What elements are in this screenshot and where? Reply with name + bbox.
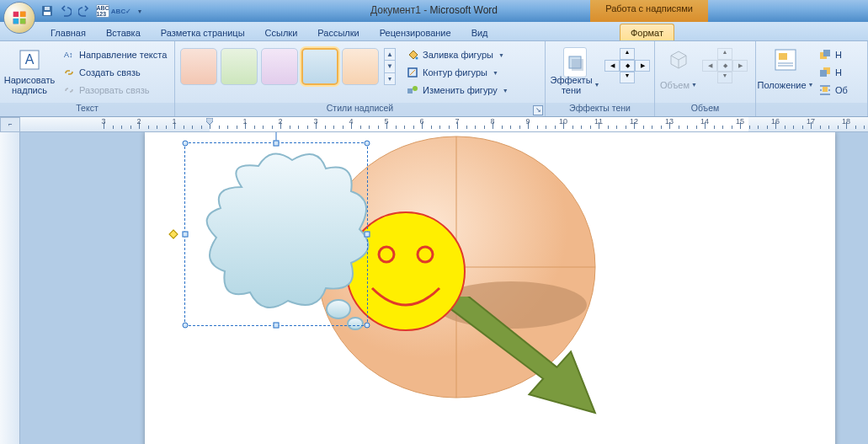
style-swatch-1[interactable] [180,48,217,85]
group-textbox-styles: ▲ ▼ ▾ Заливка фигуры▼ Контур фигуры▼ Изм… [175,41,546,116]
svg-rect-12 [572,59,583,71]
text-direction-button[interactable]: A↕ Направление текста [59,46,170,63]
svg-point-10 [413,86,418,91]
horizontal-ruler[interactable]: 32101234567891011121314151617181920 [20,117,868,132]
handle-w[interactable] [183,232,189,238]
handle-se[interactable] [365,323,370,329]
handle-e[interactable] [365,232,370,238]
group-arrange: Положение ▼ Н Н Об [756,41,868,116]
save-icon[interactable] [40,4,54,18]
break-link-icon [62,83,76,97]
tab-review[interactable]: Рецензирование [370,24,461,40]
svg-text:A↕: A↕ [64,51,73,59]
office-button[interactable] [3,2,35,34]
style-swatch-3[interactable] [261,48,298,85]
create-link-button[interactable]: Создать связь [59,64,170,81]
3d-tilt-up: ▲ [717,48,732,60]
redo-icon[interactable] [77,4,91,18]
undo-icon[interactable] [59,4,72,18]
shadow-nudge-right[interactable]: ▶ [635,60,650,72]
chevron-down-icon: ▼ [498,52,504,58]
group-3d-label: Объем [655,103,755,116]
handle-s[interactable] [274,323,280,329]
bring-front-button[interactable]: Н [815,46,851,63]
tab-mailings[interactable]: Рассылки [307,24,369,40]
app-name: Microsoft Word [430,4,498,16]
document-workspace: ⌐ 32101234567891011121314151617181920 [0,117,868,444]
chevron-down-icon: ▼ [503,88,509,94]
tab-references[interactable]: Ссылки [255,24,308,40]
send-back-icon [818,66,832,79]
abc-quick-icon[interactable]: ABC123 [96,4,109,18]
group-styles-label: Стили надписей [175,103,545,116]
tab-view[interactable]: Вид [461,24,498,40]
shape-fill-button[interactable]: Заливка фигуры▼ [402,46,512,63]
link-icon [62,66,76,79]
handle-sw[interactable] [183,323,189,329]
title-bar: ABC123 ABC✓ ▾ Документ1 - Microsoft Word… [0,0,868,22]
abc-check-icon[interactable]: ABC✓ [114,4,128,18]
vertical-ruler[interactable] [0,132,20,444]
tab-insert[interactable]: Вставка [96,24,151,40]
contextual-tools-label: Работа с надписями [590,0,708,22]
gallery-down-icon[interactable]: ▼ [385,61,395,72]
ruler-corner[interactable]: ⌐ [0,117,20,132]
position-button[interactable]: Положение ▼ [759,43,812,99]
text-direction-icon: A↕ [62,48,76,62]
tab-home[interactable]: Главная [40,24,96,40]
group-text-label: Текст [0,103,174,116]
handle-ne[interactable] [365,141,370,147]
style-swatch-4-selected[interactable] [301,48,338,85]
shadow-toggle[interactable]: ◆ [620,60,635,72]
tab-format[interactable]: Формат [620,24,674,40]
handle-n[interactable] [274,141,280,147]
shadow-nudge-left[interactable]: ◀ [604,60,620,72]
drawing-canvas [145,132,835,444]
draw-textbox-button[interactable]: A Нарисовать надпись [3,43,56,99]
group-text: A Нарисовать надпись A↕ Направление текс… [0,41,175,116]
styles-dialog-launcher[interactable]: ↘ [533,105,543,115]
adjust-handle[interactable] [168,229,178,238]
style-gallery[interactable] [178,43,381,85]
handle-nw[interactable] [183,141,189,147]
group-shadow-effects: Эффекты тени ▼ ▲ ◀ ◆ ▶ ▼ Эффекты тени [546,41,655,116]
style-gallery-scroll[interactable]: ▲ ▼ ▾ [384,48,396,85]
shadow-effects-button[interactable]: Эффекты тени ▼ [549,43,601,99]
wrap-text-icon [818,83,832,97]
group-3d: Объем ▼ ▲ ◀ ◆ ▶ ▼ Объем [655,41,756,116]
pencil-outline-icon [406,66,419,79]
svg-rect-14 [779,53,787,60]
shadow-nudge-up[interactable]: ▲ [620,48,635,60]
selection-box[interactable] [184,142,368,326]
3d-tilt-left: ◀ [702,60,717,72]
document-name: Документ1 [370,4,421,16]
gallery-more-icon[interactable]: ▾ [385,73,395,84]
draw-textbox-label: Нарисовать надпись [4,75,55,95]
send-back-button[interactable]: Н [815,64,851,81]
quick-access-toolbar: ABC123 ABC✓ ▾ [40,0,146,22]
shadow-nudge-down[interactable]: ▼ [620,72,635,83]
paint-bucket-icon [406,48,419,62]
break-link-button: Разорвать связь [59,82,170,99]
svg-point-7 [416,57,418,60]
document-view[interactable] [20,132,868,444]
qat-more-icon[interactable]: ▾ [133,4,146,18]
group-shadow-label: Эффекты тени [546,103,654,116]
3d-effects-button: Объем ▼ [658,43,699,99]
svg-rect-3 [45,7,50,10]
ribbon: A Нарисовать надпись A↕ Направление текс… [0,41,868,117]
tab-page-layout[interactable]: Разметка страницы [151,24,255,40]
style-swatch-2[interactable] [221,48,258,85]
svg-text:A: A [25,52,35,67]
gallery-up-icon[interactable]: ▲ [385,49,395,61]
3d-toggle: ◆ [717,60,732,72]
shape-outline-button[interactable]: Контур фигуры▼ [402,64,512,81]
bring-front-icon [818,48,832,62]
svg-rect-18 [820,70,827,77]
svg-rect-19 [823,87,828,92]
text-wrap-button[interactable]: Об [815,82,851,99]
change-shape-icon [406,83,419,97]
style-swatch-5[interactable] [342,48,379,85]
change-shape-button[interactable]: Изменить фигуру▼ [402,82,512,99]
svg-rect-9 [407,88,413,94]
